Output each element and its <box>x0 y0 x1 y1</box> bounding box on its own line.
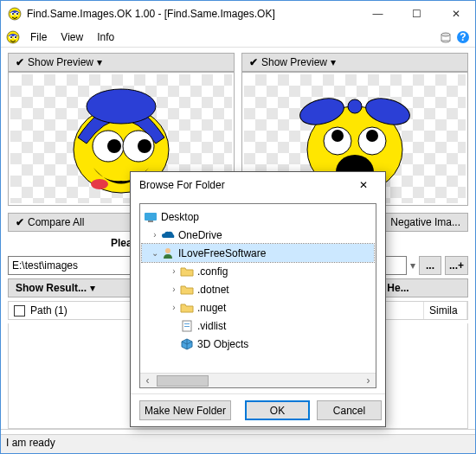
menubar: File View Info ? <box>1 27 475 48</box>
window-title: Find.Same.Images.OK 1.00 - [Find.Same.Im… <box>27 8 358 20</box>
show-preview-right-label: Show Preview <box>261 56 327 68</box>
svg-point-20 <box>138 139 151 153</box>
expander-icon[interactable]: › <box>168 285 180 294</box>
tree-onedrive-label: OneDrive <box>178 229 222 241</box>
app-icon <box>8 7 22 21</box>
horizontal-scrollbar[interactable]: ‹ › <box>140 373 376 387</box>
tree-3d-objects[interactable]: 3D Objects <box>142 335 374 353</box>
svg-point-28 <box>331 130 344 142</box>
close-button[interactable]: ✕ <box>436 1 475 27</box>
svg-rect-40 <box>184 326 190 327</box>
expander-icon[interactable]: › <box>168 303 180 312</box>
cancel-button[interactable]: Cancel <box>317 400 382 420</box>
svg-rect-39 <box>184 323 190 324</box>
tree-dotnet[interactable]: › .dotnet <box>142 280 374 298</box>
tree-dotnet-label: .dotnet <box>197 284 229 296</box>
svg-point-12 <box>441 33 450 36</box>
menu-info[interactable]: Info <box>90 29 121 46</box>
expander-icon[interactable]: › <box>168 266 180 276</box>
help-icon[interactable]: ? <box>456 30 470 44</box>
folder-icon <box>180 284 194 296</box>
3d-objects-icon <box>180 338 194 350</box>
scroll-right-icon[interactable]: › <box>361 374 376 388</box>
expander-icon[interactable]: ⌄ <box>149 248 161 258</box>
browse-plus-button[interactable]: ...+ <box>445 256 468 275</box>
show-preview-right-toggle[interactable]: ✔Show Preview▾ <box>241 53 468 72</box>
svg-rect-36 <box>148 221 153 222</box>
negative-images-label: Negative Ima... <box>390 216 460 228</box>
status-bar: I am ready <box>1 434 475 453</box>
browse-folder-dialog: Browse For Folder ✕ Desktop › OneDrive ⌄… <box>130 171 386 427</box>
folder-tree[interactable]: Desktop › OneDrive ⌄ ILoveFreeSoftware ›… <box>139 203 376 388</box>
compare-all-label: Compare All <box>28 216 84 228</box>
svg-point-37 <box>165 248 170 253</box>
column-similarity-label: Simila <box>429 304 458 317</box>
tree-vidlist[interactable]: .vidlist <box>142 317 374 335</box>
menubar-app-icon <box>6 30 20 44</box>
onedrive-icon <box>161 229 175 241</box>
ok-button[interactable]: OK <box>245 400 310 420</box>
tree-vidlist-label: .vidlist <box>197 320 226 332</box>
browse-button[interactable]: ... <box>419 256 441 275</box>
tree-user-label: ILoveFreeSoftware <box>178 247 266 259</box>
scrollbar-thumb[interactable] <box>157 375 209 387</box>
column-similarity[interactable]: Simila <box>424 302 467 319</box>
minimize-button[interactable]: ― <box>358 1 397 27</box>
expander-icon[interactable]: › <box>149 230 161 240</box>
scroll-left-icon[interactable]: ‹ <box>140 374 155 388</box>
dialog-title: Browse For Folder <box>139 179 351 191</box>
show-preview-left-label: Show Preview <box>28 56 93 68</box>
svg-point-25 <box>348 99 362 113</box>
svg-point-19 <box>107 139 121 153</box>
svg-text:?: ? <box>460 31 466 43</box>
svg-point-4 <box>16 13 18 15</box>
show-result-label: Show Result... <box>16 282 87 294</box>
menu-file[interactable]: File <box>23 29 54 46</box>
svg-rect-35 <box>145 213 157 221</box>
tree-3d-objects-label: 3D Objects <box>197 338 248 350</box>
column-path-label: Path (1) <box>30 304 68 317</box>
menu-view[interactable]: View <box>54 29 90 46</box>
maximize-button[interactable]: ☐ <box>397 1 436 27</box>
svg-point-8 <box>10 36 12 38</box>
folder-icon <box>180 302 194 314</box>
folder-icon <box>180 265 194 278</box>
tree-onedrive[interactable]: › OneDrive <box>142 226 374 244</box>
path-checkbox[interactable] <box>14 305 25 317</box>
make-new-folder-button[interactable]: Make New Folder <box>139 400 231 420</box>
file-icon <box>180 320 194 332</box>
user-icon <box>161 247 175 259</box>
desktop-icon <box>144 211 158 223</box>
tree-desktop[interactable]: Desktop <box>142 208 374 226</box>
titlebar: Find.Same.Images.OK 1.00 - [Find.Same.Im… <box>1 1 475 27</box>
svg-point-16 <box>87 89 156 124</box>
tree-nuget-label: .nuget <box>197 302 226 314</box>
svg-point-21 <box>91 179 108 189</box>
tree-config-label: .config <box>197 265 228 278</box>
status-text: I am ready <box>6 437 55 449</box>
svg-point-9 <box>15 36 16 38</box>
tree-user[interactable]: ⌄ ILoveFreeSoftware <box>142 244 374 262</box>
svg-point-0 <box>9 8 21 20</box>
svg-point-3 <box>12 13 14 15</box>
dialog-close-button[interactable]: ✕ <box>351 172 376 198</box>
tree-nuget[interactable]: › .nuget <box>142 298 374 317</box>
tree-config[interactable]: › .config <box>142 262 374 280</box>
donate-jar-icon[interactable] <box>439 30 453 44</box>
tree-desktop-label: Desktop <box>161 211 199 223</box>
show-preview-left-toggle[interactable]: ✔Show Preview▾ <box>8 53 235 72</box>
svg-point-5 <box>7 31 19 43</box>
svg-point-29 <box>366 130 378 142</box>
